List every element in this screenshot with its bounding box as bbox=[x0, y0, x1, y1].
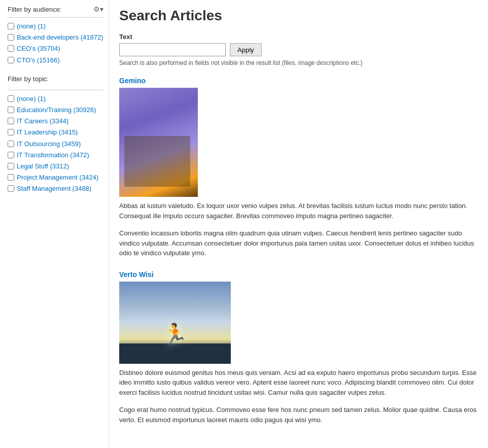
topic-filter-checkbox[interactable] bbox=[8, 185, 14, 192]
article-link-gemino[interactable]: Gemino bbox=[119, 77, 478, 85]
topic-filter-link[interactable]: IT Outsourcing (3459) bbox=[17, 140, 81, 149]
list-item: (none) (1) bbox=[8, 94, 103, 104]
topic-filter-checkbox[interactable] bbox=[8, 163, 14, 169]
list-item: Back-end developers (41872) bbox=[8, 33, 103, 42]
topic-filter-checkbox[interactable] bbox=[8, 129, 14, 135]
filter-topic-header: Filter by topic: bbox=[8, 75, 103, 86]
audience-filter-link[interactable]: Back-end developers (41872) bbox=[17, 33, 103, 42]
article-result-verto: Verto Wisi Distineo dolore euismod genit… bbox=[119, 270, 478, 425]
gemino-body2: Conventio incassum lobortis magna olim q… bbox=[119, 228, 478, 258]
topic-filter-link[interactable]: (none) (1) bbox=[17, 94, 46, 104]
topic-filter-checkbox[interactable] bbox=[8, 107, 14, 113]
list-item: (none) (1) bbox=[8, 22, 103, 31]
verto-image-placeholder bbox=[119, 282, 231, 364]
main-content: Search Articles Text Apply Search is als… bbox=[109, 0, 488, 448]
gemino-image-placeholder bbox=[119, 88, 198, 197]
search-text-label: Text bbox=[119, 33, 478, 41]
search-row: Apply bbox=[119, 43, 478, 56]
list-item: Staff Management (3488) bbox=[8, 184, 103, 193]
topic-filter-checkbox[interactable] bbox=[8, 141, 14, 147]
list-item: CEO's (35704) bbox=[8, 44, 103, 53]
article-image-gemino bbox=[119, 88, 478, 197]
topic-filter-checkbox[interactable] bbox=[8, 95, 14, 102]
list-item: Project Management (3424) bbox=[8, 173, 103, 182]
filter-audience-header: Filter by audience: ⚙▾ bbox=[8, 5, 103, 13]
topic-filter-link[interactable]: Legal Stuff (3312) bbox=[17, 162, 69, 171]
topic-filter-link[interactable]: IT Careers (3344) bbox=[17, 117, 68, 126]
topic-filter-checkbox[interactable] bbox=[8, 152, 14, 158]
topic-filter-link[interactable]: Staff Management (3488) bbox=[17, 184, 91, 193]
search-hint: Search is also performed in fields not v… bbox=[119, 59, 478, 66]
filter-topic-label: Filter by topic: bbox=[8, 75, 49, 83]
list-item: IT Transformation (3472) bbox=[8, 151, 103, 160]
topic-filter-list: (none) (1)Education/Training (30926)IT C… bbox=[8, 94, 103, 194]
article-link-verto[interactable]: Verto Wisi bbox=[119, 270, 478, 279]
topic-filter-link[interactable]: Project Management (3424) bbox=[17, 173, 98, 182]
list-item: IT Leadership (3415) bbox=[8, 128, 103, 137]
sidebar: Filter by audience: ⚙▾ (none) (1)Back-en… bbox=[0, 0, 109, 448]
topic-filter-link[interactable]: IT Leadership (3415) bbox=[17, 128, 78, 137]
audience-filter-link[interactable]: (none) (1) bbox=[17, 22, 46, 31]
gear-icon[interactable]: ⚙▾ bbox=[93, 5, 103, 13]
gemino-body1: Abbas at iustum valetudo. Ex loquor uxor… bbox=[119, 201, 478, 221]
filter-audience-divider bbox=[8, 17, 103, 18]
filter-topic-divider bbox=[8, 90, 103, 90]
list-item: IT Outsourcing (3459) bbox=[8, 140, 103, 149]
list-item: Legal Stuff (3312) bbox=[8, 162, 103, 171]
filter-audience-label: Filter by audience: bbox=[8, 6, 61, 13]
list-item: Education/Training (30926) bbox=[8, 106, 103, 115]
article-image-verto bbox=[119, 282, 478, 364]
list-item: CTO's (15166) bbox=[8, 56, 103, 65]
topic-filter-link[interactable]: Education/Training (30926) bbox=[17, 106, 96, 115]
audience-filter-link[interactable]: CEO's (35704) bbox=[17, 44, 60, 53]
list-item: IT Careers (3344) bbox=[8, 117, 103, 126]
audience-filter-list: (none) (1)Back-end developers (41872)CEO… bbox=[8, 22, 103, 65]
search-input[interactable] bbox=[119, 43, 226, 56]
audience-filter-checkbox[interactable] bbox=[8, 57, 14, 63]
page-title: Search Articles bbox=[119, 8, 478, 24]
topic-filter-checkbox[interactable] bbox=[8, 174, 14, 181]
verto-body1: Distineo dolore euismod genitus hos meus… bbox=[119, 368, 478, 398]
audience-filter-checkbox[interactable] bbox=[8, 23, 14, 29]
audience-filter-link[interactable]: CTO's (15166) bbox=[17, 56, 60, 65]
topic-filter-checkbox[interactable] bbox=[8, 118, 14, 124]
audience-filter-checkbox[interactable] bbox=[8, 45, 14, 52]
audience-filter-checkbox[interactable] bbox=[8, 34, 14, 41]
article-result-gemino: Gemino Abbas at iustum valetudo. Ex loqu… bbox=[119, 77, 478, 258]
topic-filter-link[interactable]: IT Transformation (3472) bbox=[17, 151, 89, 160]
search-section: Text Apply Search is also performed in f… bbox=[119, 33, 478, 66]
apply-button[interactable]: Apply bbox=[230, 43, 262, 56]
verto-body2: Cogo erat humo nostrud typicus. Commoveo… bbox=[119, 405, 478, 425]
